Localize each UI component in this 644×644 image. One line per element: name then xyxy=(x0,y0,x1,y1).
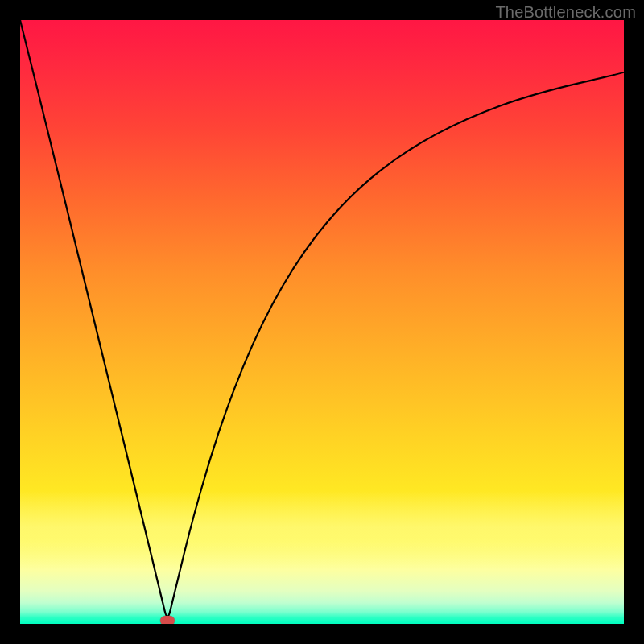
plot-area xyxy=(20,20,624,624)
bottleneck-curve xyxy=(20,20,624,617)
marker-dot xyxy=(160,616,175,625)
chart-frame: TheBottleneck.com xyxy=(0,0,644,644)
watermark-text: TheBottleneck.com xyxy=(495,3,636,22)
curve-layer xyxy=(20,20,624,624)
